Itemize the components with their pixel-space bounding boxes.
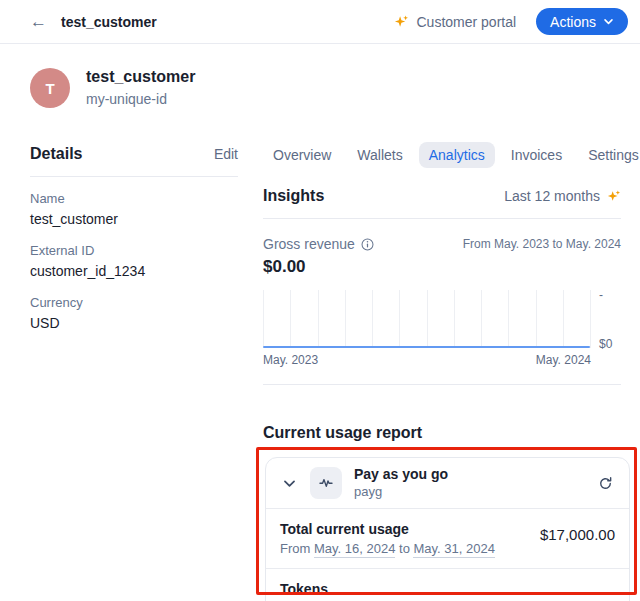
plan-name: Pay as you go [354, 466, 448, 483]
actions-button-label: Actions [550, 14, 596, 30]
pulse-icon [310, 467, 342, 499]
total-usage-row: Total current usage From May. 16, 2024 t… [266, 509, 629, 568]
plan-code: payg [354, 484, 448, 500]
total-usage-label: Total current usage [280, 520, 495, 538]
field-value: customer_id_1234 [30, 262, 238, 281]
customer-header: T test_customer my-unique-id [30, 67, 195, 109]
field-value: test_customer [30, 210, 238, 229]
tab-overview[interactable]: Overview [263, 142, 341, 168]
metric-row: Tokens openai_tokens [266, 569, 629, 601]
details-divider [30, 176, 238, 177]
field-label: Currency [30, 294, 238, 312]
info-icon[interactable] [361, 238, 374, 251]
usage-plan-card: Pay as you go payg Total current usage F… [265, 457, 630, 601]
gross-revenue-value: $0.00 [263, 257, 621, 277]
customer-external-id: my-unique-id [86, 90, 195, 109]
gross-revenue-label: Gross revenue [263, 236, 355, 252]
period-selector[interactable]: Last 12 months [504, 188, 621, 204]
range-join: to [399, 541, 410, 556]
range-start-date: May. 16, 2024 [314, 541, 395, 558]
chart-x-axis: May. 2023 May. 2024 [263, 353, 591, 367]
customer-name: test_customer [86, 67, 195, 87]
detail-field-external-id: External ID customer_id_1234 [30, 242, 238, 281]
sparkle-icon [607, 189, 621, 203]
customer-portal-link[interactable]: Customer portal [394, 14, 516, 30]
chart-zero-line [263, 346, 590, 348]
tab-bar: Overview Wallets Analytics Invoices Sett… [263, 141, 621, 168]
actions-button[interactable]: Actions [536, 8, 628, 35]
tab-analytics[interactable]: Analytics [419, 142, 495, 168]
period-label: Last 12 months [504, 188, 600, 204]
topbar: ← test_customer Customer portal Actions [0, 0, 640, 44]
range-prefix: From [280, 541, 310, 556]
detail-field-name: Name test_customer [30, 190, 238, 229]
main-content: Overview Wallets Analytics Invoices Sett… [263, 141, 621, 601]
page-title: test_customer [61, 14, 157, 30]
chart-y-axis: - $0 [591, 290, 621, 348]
insights-heading: Insights [263, 187, 324, 205]
plan-card-header: Pay as you go payg [266, 458, 629, 508]
field-label: Name [30, 190, 238, 208]
total-usage-amount: $17,000.00 [540, 520, 615, 543]
chart-gridlines [263, 290, 590, 346]
tab-invoices[interactable]: Invoices [501, 142, 572, 168]
tab-settings[interactable]: Settings [578, 142, 640, 168]
x-tick-start: May. 2023 [263, 353, 318, 367]
range-end-date: May. 31, 2024 [413, 541, 494, 558]
gross-revenue-chart: - $0 [263, 290, 621, 348]
chevron-down-icon [603, 16, 614, 27]
tab-wallets[interactable]: Wallets [347, 142, 412, 168]
field-value: USD [30, 314, 238, 333]
details-heading: Details [30, 145, 82, 163]
edit-button[interactable]: Edit [214, 146, 238, 162]
detail-field-currency: Currency USD [30, 294, 238, 333]
details-panel: Details Edit Name test_customer External… [30, 145, 238, 333]
customer-portal-label: Customer portal [416, 14, 516, 30]
field-label: External ID [30, 242, 238, 260]
x-tick-end: May. 2024 [536, 353, 591, 367]
sparkle-icon [394, 14, 409, 29]
gross-revenue-date-range: From May. 2023 to May. 2024 [463, 236, 621, 251]
customer-detail-page: ← test_customer Customer portal Actions [0, 0, 640, 601]
collapse-chevron-button[interactable] [280, 474, 298, 492]
current-usage-heading: Current usage report [263, 424, 621, 442]
avatar: T [30, 68, 70, 108]
y-tick-zero: $0 [599, 338, 612, 350]
refresh-button[interactable] [595, 473, 615, 493]
chart-plot-area [263, 290, 591, 348]
total-usage-range: From May. 16, 2024 to May. 31, 2024 [280, 540, 495, 557]
y-tick-top: - [599, 290, 603, 300]
topbar-actions: Customer portal Actions [394, 8, 628, 35]
back-arrow-icon[interactable]: ← [30, 13, 47, 30]
section-divider [263, 384, 621, 385]
metric-name: Tokens [280, 580, 365, 598]
insights-divider [263, 218, 621, 219]
